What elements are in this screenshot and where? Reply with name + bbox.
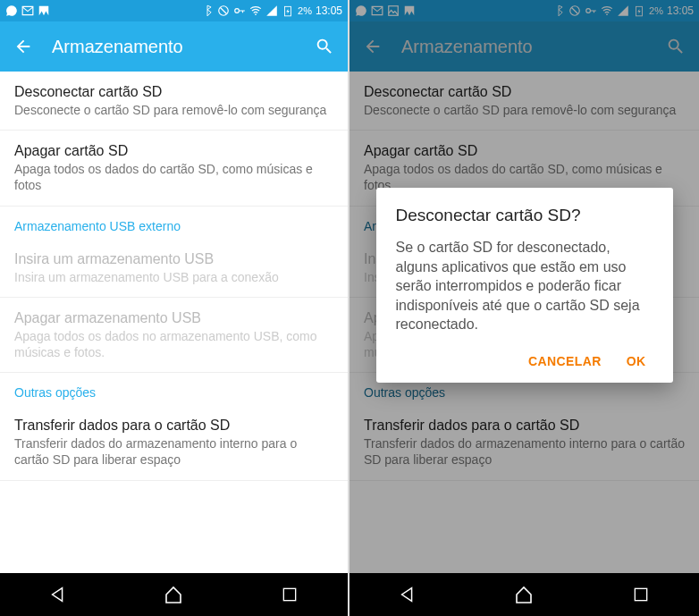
section-other-options: Outras opções bbox=[0, 373, 348, 405]
status-bar: 2% 13:05 bbox=[350, 0, 699, 21]
cancel-button[interactable]: CANCELAR bbox=[528, 354, 602, 368]
signal-icon bbox=[265, 4, 278, 17]
m-icon bbox=[403, 4, 416, 17]
item-title: Transferir dados para o cartão SD bbox=[364, 418, 685, 434]
battery-charging-icon bbox=[633, 4, 645, 17]
item-title: Apagar armazenamento USB bbox=[14, 310, 333, 326]
item-disconnect-sd[interactable]: Desconectar cartão SD Desconecte o cartã… bbox=[0, 72, 348, 131]
bluetooth-icon bbox=[201, 4, 214, 17]
mail-icon bbox=[371, 4, 383, 17]
no-symbol-icon bbox=[217, 4, 230, 17]
item-transfer-sd[interactable]: Transferir dados para o cartão SD Transf… bbox=[0, 405, 348, 480]
nav-bar bbox=[350, 573, 699, 616]
back-button[interactable] bbox=[13, 36, 34, 57]
app-bar: Armazenamento bbox=[350, 21, 699, 72]
section-usb-storage: Armazenamento USB externo bbox=[0, 207, 348, 239]
mail-icon bbox=[21, 4, 34, 17]
item-title: Desconectar cartão SD bbox=[14, 84, 333, 100]
app-bar: Armazenamento bbox=[0, 21, 348, 72]
battery-charging-icon bbox=[282, 4, 294, 17]
svg-point-2 bbox=[255, 13, 257, 15]
wifi-icon bbox=[249, 4, 262, 17]
dialog-title: Desconectar cartão SD? bbox=[396, 206, 653, 225]
status-right: 2% 13:05 bbox=[201, 4, 342, 17]
nav-back-button[interactable] bbox=[395, 582, 420, 607]
nav-recent-button[interactable] bbox=[277, 582, 302, 607]
ok-button[interactable]: OK bbox=[627, 354, 646, 368]
item-erase-usb: Apagar armazenamento USB Apaga todos os … bbox=[0, 298, 348, 373]
m-icon bbox=[38, 4, 50, 17]
dialog-message: Se o cartão SD for desconectado, alguns … bbox=[396, 238, 653, 334]
item-title: Insira um armazenamento USB bbox=[14, 251, 333, 267]
phone-left: 2% 13:05 Armazenamento Desconectar cartã… bbox=[0, 0, 350, 616]
clock: 13:05 bbox=[667, 4, 694, 17]
search-button bbox=[665, 36, 686, 57]
item-erase-sd[interactable]: Apagar cartão SD Apaga todos os dados do… bbox=[0, 131, 348, 206]
nav-bar bbox=[0, 573, 348, 616]
battery-percent: 2% bbox=[649, 5, 663, 16]
battery-percent: 2% bbox=[298, 5, 312, 16]
phone-right: 2% 13:05 Armazenamento Desconectar cartã… bbox=[350, 0, 699, 616]
search-button[interactable] bbox=[314, 36, 335, 57]
page-title: Armazenamento bbox=[52, 37, 314, 57]
bluetooth-icon bbox=[552, 4, 565, 17]
whatsapp-icon bbox=[355, 4, 367, 17]
confirm-dialog: Desconectar cartão SD? Se o cartão SD fo… bbox=[376, 188, 673, 383]
item-disconnect-sd: Desconectar cartão SD Desconecte o cartã… bbox=[350, 72, 699, 131]
nav-home-button[interactable] bbox=[161, 582, 186, 607]
item-subtitle: Transferir dados do armazenamento intern… bbox=[364, 435, 685, 468]
clock: 13:05 bbox=[316, 4, 342, 17]
status-left bbox=[355, 4, 416, 17]
settings-list[interactable]: Desconectar cartão SD Desconecte o cartã… bbox=[0, 72, 348, 573]
item-title: Transferir dados para o cartão SD bbox=[14, 418, 333, 434]
status-right: 2% 13:05 bbox=[552, 4, 694, 17]
item-title: Apagar cartão SD bbox=[364, 143, 685, 159]
svg-rect-10 bbox=[635, 588, 646, 600]
item-subtitle: Transferir dados do armazenamento intern… bbox=[14, 435, 333, 468]
item-subtitle: Desconecte o cartão SD para removê-lo co… bbox=[14, 102, 333, 118]
svg-rect-4 bbox=[283, 588, 295, 600]
item-subtitle: Apaga todos os dados do cartão SD, como … bbox=[14, 161, 333, 193]
svg-point-8 bbox=[606, 13, 608, 15]
item-title: Desconectar cartão SD bbox=[364, 84, 685, 100]
key-icon bbox=[585, 4, 597, 17]
signal-icon bbox=[617, 4, 629, 17]
whatsapp-icon bbox=[5, 4, 18, 17]
no-symbol-icon bbox=[568, 4, 581, 17]
wifi-icon bbox=[601, 4, 613, 17]
dialog-actions: CANCELAR OK bbox=[396, 354, 653, 374]
item-subtitle: Apaga todos os dados no armazenamento US… bbox=[14, 328, 333, 360]
image-icon bbox=[387, 4, 400, 17]
item-insert-usb: Insira um armazenamento USB Insira um ar… bbox=[0, 239, 348, 298]
key-icon bbox=[233, 4, 246, 17]
item-subtitle: Desconecte o cartão SD para removê-lo co… bbox=[364, 102, 685, 118]
item-title: Apagar cartão SD bbox=[14, 143, 333, 159]
item-transfer-sd: Transferir dados para o cartão SD Transf… bbox=[350, 405, 699, 480]
svg-point-7 bbox=[586, 9, 591, 13]
svg-point-1 bbox=[235, 9, 240, 13]
nav-back-button[interactable] bbox=[46, 582, 71, 607]
nav-recent-button[interactable] bbox=[628, 582, 653, 607]
back-button bbox=[362, 36, 383, 57]
nav-home-button[interactable] bbox=[511, 582, 536, 607]
item-subtitle: Insira um armazenamento USB para a conex… bbox=[14, 269, 333, 285]
status-bar: 2% 13:05 bbox=[0, 0, 348, 21]
page-title: Armazenamento bbox=[401, 37, 665, 57]
status-left bbox=[5, 4, 50, 17]
